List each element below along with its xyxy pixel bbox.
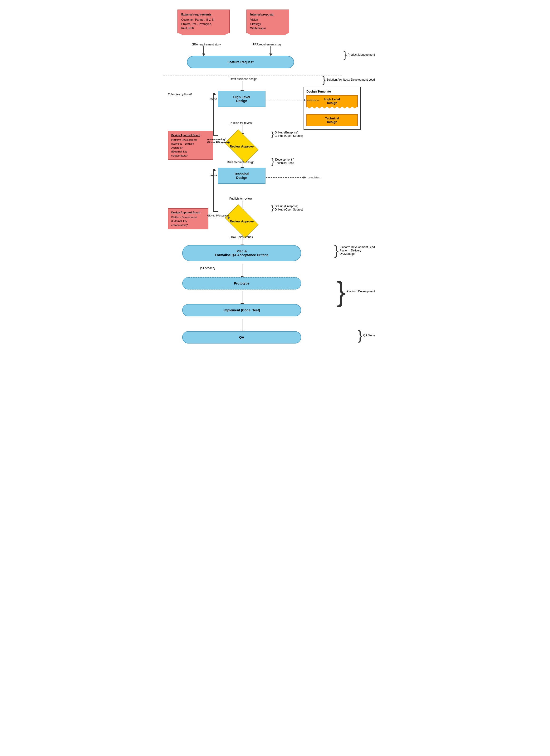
product-management-label: } Product Management xyxy=(344,50,375,59)
arrow-plan-to-prototype xyxy=(241,264,244,278)
jira-story-label-1: JIRA requirement story xyxy=(192,43,221,46)
arrow-implement-to-qa xyxy=(241,319,244,333)
implement-shape: Implement (Code, Test) xyxy=(182,304,301,316)
td-shape: Technical Design xyxy=(218,168,265,184)
qa-label: QA xyxy=(182,331,301,344)
qa-team-label: } QA Team xyxy=(358,329,375,342)
plan-formalise-roles-label: } Platform Development Lead Platform Del… xyxy=(334,244,375,257)
review-meeting-label: review meeting* xyxy=(207,138,226,141)
feature-request-label: Feature Request xyxy=(187,56,294,68)
review-approve-diamond-2: Review Approve xyxy=(227,209,256,233)
approval-board-1-title: Design Approval Board xyxy=(171,133,210,137)
plan-formalise-shape: Plan & Formalise QA Acceptance Criteria xyxy=(182,245,301,261)
implement-label: Implement (Code, Test) xyxy=(182,304,301,316)
qa-shape: QA xyxy=(182,331,301,344)
platform-dev-label: } Platform Development xyxy=(336,277,375,306)
internal-proposal-line2: Strategy xyxy=(250,22,285,26)
review-approve-1-label: Review Approve xyxy=(230,145,254,148)
internal-proposal-doc: Internal proposal: Vision Strategy White… xyxy=(246,10,289,33)
github-pr-2-label: GitHub PR system xyxy=(207,214,229,217)
design-template-title: Design Template xyxy=(306,90,358,93)
separator-line-1 xyxy=(163,75,342,75)
github-label-1: } GitHub (Enteprise) GitHub (Open Source… xyxy=(271,131,303,137)
as-needed-note: [as needed] xyxy=(200,266,215,270)
hld-shape: High Level Design xyxy=(218,91,265,107)
jira-story-label-2: JIRA requirement story xyxy=(252,43,281,46)
publish-review-2-label: Publish for review xyxy=(229,197,252,200)
github-label-2: } GitHub (Enteprise) GitHub (Open Source… xyxy=(271,205,303,211)
design-template-box: Design Template High Level Design Techni… xyxy=(304,87,361,130)
revise-arrow-up-td xyxy=(213,169,216,171)
approval-board-2-title: Design Approval Board xyxy=(171,211,205,215)
draft-business-design-label: Draft business design xyxy=(230,77,257,81)
arrow-prototype-to-implement xyxy=(241,291,244,306)
arrow-ext-to-feature xyxy=(202,46,205,56)
dev-tech-lead-label: } Development / Technical Lead xyxy=(271,157,294,165)
publish-review-1-label: Publish for review xyxy=(230,121,252,125)
external-req-line3: Pilot, RFP xyxy=(181,26,226,30)
optional-note: [*denotes optional] xyxy=(168,93,192,96)
external-requirements-doc: External requirements: Customer, Partner… xyxy=(177,10,230,33)
template-td: Technical Design xyxy=(306,114,358,126)
approval-board-1: Design Approval Board Platform Developme… xyxy=(168,131,213,160)
revise-arrow-up-hld xyxy=(213,93,216,95)
revise-loop-td xyxy=(213,169,218,212)
prototype-shape: Prototype xyxy=(182,277,301,290)
revise-loop-hld xyxy=(213,93,218,136)
external-req-line2: Project, PoC, Prototype, xyxy=(181,22,226,26)
internal-proposal-line3: White Paper xyxy=(250,26,285,30)
diagram-container: External requirements: Customer, Partner… xyxy=(163,5,382,742)
review-approve-diamond-1: Review Approve xyxy=(227,134,256,158)
prototype-label: Prototype xyxy=(182,277,301,290)
external-req-line1: Customer, Partner, ISV, SI xyxy=(181,18,226,22)
plan-formalise-label: Plan & Formalise QA Acceptance Criteria xyxy=(182,245,301,261)
review-approve-2-label: Review Approve xyxy=(230,220,254,223)
external-req-title: External requirements: xyxy=(181,12,226,17)
completes-arrow: -completes- xyxy=(266,176,320,179)
initiates-arrow: -inititiates- xyxy=(266,99,319,102)
arrow-int-to-feature xyxy=(269,46,272,56)
internal-proposal-title: Internal proposal: xyxy=(250,12,285,17)
github-pr-1-label: GitHub PR system xyxy=(207,141,229,144)
solution-architect-label: } Solution Architect / Development Lead xyxy=(322,75,375,84)
approval-board-2: Design Approval Board Platform Developme… xyxy=(168,208,208,229)
internal-proposal-line1: Vision xyxy=(250,18,285,22)
td-label: Technical Design xyxy=(218,168,265,184)
feature-request-shape: Feature Request xyxy=(187,56,294,68)
hld-label: High Level Design xyxy=(218,91,265,107)
